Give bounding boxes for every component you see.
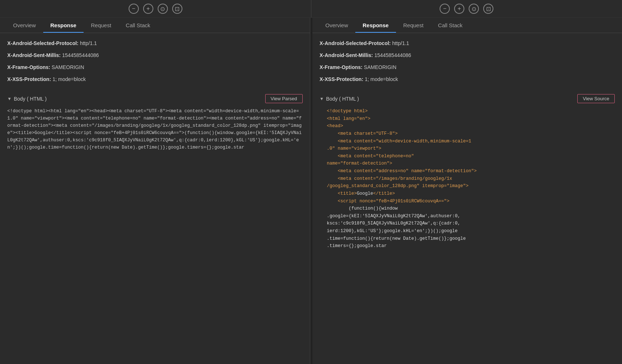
header-key-2-right: X-Frame-Options: [320,64,363,70]
right-window-controls: − + ⊙ ⊡ [311,0,622,17]
panels-wrapper: Overview Response Request Call Stack X-A… [0,18,622,364]
header-item-2-left: X-Frame-Options: SAMEORIGIN [7,61,303,73]
view-parsed-button[interactable]: View Parsed [265,94,303,103]
header-item-2-right: X-Frame-Options: SAMEORIGIN [320,61,615,73]
left-body-header: ▼ Body ( HTML ) View Parsed [7,94,303,103]
body-triangle-right: ▼ [320,96,324,101]
left-controls: − + ⊙ ⊡ [129,4,182,14]
right-tabs-row: Overview Response Request Call Stack [312,18,622,33]
header-val-1-right: 1544585444086 [373,52,411,58]
left-tabs-row: Overview Response Request Call Stack [0,18,310,33]
header-val-0-left: http/1.1 [78,40,97,46]
record-icon-left[interactable]: ⊙ [158,4,168,14]
header-key-1-right: X-Android-Sent-Millis: [320,52,373,58]
right-panel-content: X-Android-Selected-Protocol: http/1.1 X-… [312,33,622,364]
tab-callstack-left[interactable]: Call Stack [118,18,158,33]
minimize-icon-left[interactable]: − [129,4,139,14]
right-controls: − + ⊙ ⊡ [440,4,493,14]
right-headers: X-Android-Selected-Protocol: http/1.1 X-… [312,33,622,90]
tab-response-left[interactable]: Response [43,18,84,33]
header-val-2-left: SAMEORIGIN [50,64,84,70]
right-code-content: <!doctype html> <html lang="en"> <head> … [320,108,615,250]
header-key-3-right: X-XSS-Protection: [320,76,364,82]
header-item-1-left: X-Android-Sent-Millis: 1544585444086 [7,49,303,61]
right-body-title-text: Body ( HTML ) [326,96,359,102]
left-headers: X-Android-Selected-Protocol: http/1.1 X-… [0,33,310,90]
header-val-3-left: 1; mode=block [51,76,86,82]
right-body-header: ▼ Body ( HTML ) View Source [320,94,615,103]
header-item-3-right: X-XSS-Protection: 1; mode=block [320,73,615,85]
right-panel: Overview Response Request Call Stack X-A… [312,18,622,364]
left-body-section: ▼ Body ( HTML ) View Parsed <!doctype ht… [0,90,310,155]
header-item-1-right: X-Android-Sent-Millis: 1544585444086 [320,49,615,61]
tab-request-left[interactable]: Request [84,18,118,33]
left-panel-content: X-Android-Selected-Protocol: http/1.1 X-… [0,33,310,364]
header-key-3-left: X-XSS-Protection: [7,76,51,82]
header-key-1-left: X-Android-Sent-Millis: [7,52,61,58]
left-body-title: ▼ Body ( HTML ) [7,96,47,102]
header-item-3-left: X-XSS-Protection: 1; mode=block [7,73,303,85]
top-bars-row: − + ⊙ ⊡ − + ⊙ ⊡ [0,0,622,18]
left-raw-content: <!doctype html><html lang="en"><head><me… [7,108,303,151]
header-val-1-left: 1544585444086 [61,52,99,58]
header-key-0-left: X-Android-Selected-Protocol: [7,40,78,46]
left-body-title-text: Body ( HTML ) [14,96,47,102]
header-item-0-left: X-Android-Selected-Protocol: http/1.1 [7,37,303,49]
body-triangle-left: ▼ [7,96,12,101]
header-val-2-right: SAMEORIGIN [363,64,396,70]
header-val-0-right: http/1.1 [391,40,409,46]
view-source-button[interactable]: View Source [577,94,615,103]
tab-overview-left[interactable]: Overview [6,18,43,33]
stop-icon-right[interactable]: ⊡ [483,4,493,14]
right-body-title: ▼ Body ( HTML ) [320,96,359,102]
stop-icon-left[interactable]: ⊡ [172,4,182,14]
header-key-2-left: X-Frame-Options: [7,64,50,70]
maximize-icon-left[interactable]: + [143,4,153,14]
header-item-0-right: X-Android-Selected-Protocol: http/1.1 [320,37,615,49]
tab-overview-right[interactable]: Overview [318,18,356,33]
minimize-icon-right[interactable]: − [440,4,450,14]
tab-callstack-right[interactable]: Call Stack [431,18,470,33]
tab-request-right[interactable]: Request [396,18,431,33]
tab-response-right[interactable]: Response [355,18,396,33]
maximize-icon-right[interactable]: + [454,4,464,14]
record-icon-right[interactable]: ⊙ [469,4,479,14]
header-val-3-right: 1; mode=block [363,76,398,82]
left-panel: Overview Response Request Call Stack X-A… [0,18,310,364]
right-body-section: ▼ Body ( HTML ) View Source <!doctype ht… [312,90,622,254]
left-window-controls: − + ⊙ ⊡ [0,0,311,17]
header-key-0-right: X-Android-Selected-Protocol: [320,40,391,46]
